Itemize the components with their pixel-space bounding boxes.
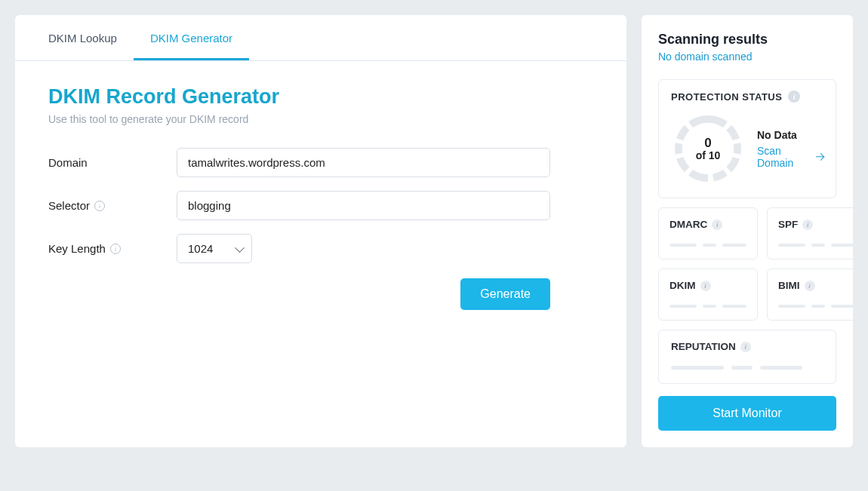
protection-status-heading: PROTECTION STATUS i — [671, 91, 823, 103]
spf-label: SPF — [778, 219, 798, 230]
gauge-total: of 10 — [696, 149, 721, 161]
tabs: DKIM Lookup DKIM Generator — [15, 15, 626, 61]
info-icon[interactable]: i — [712, 219, 722, 230]
info-icon[interactable]: i — [802, 219, 813, 230]
domain-input[interactable] — [177, 148, 550, 177]
gauge-score: 0 — [704, 137, 711, 149]
protection-status-card: PROTECTION STATUS i — [658, 79, 836, 198]
scan-domain-link[interactable]: Scan Domain — [757, 145, 823, 169]
placeholder-stripes — [669, 244, 746, 247]
no-data-label: No Data — [757, 129, 823, 141]
info-icon[interactable]: i — [700, 281, 711, 291]
info-icon[interactable]: i — [805, 281, 815, 291]
tab-dkim-lookup[interactable]: DKIM Lookup — [32, 15, 134, 60]
selector-input[interactable] — [177, 191, 550, 220]
info-icon[interactable]: i — [94, 201, 105, 211]
placeholder-stripes — [669, 305, 746, 308]
key-length-label: Key Length i — [48, 242, 177, 255]
start-monitor-button[interactable]: Start Monitor — [658, 396, 836, 431]
placeholder-stripes — [778, 244, 855, 247]
key-length-select[interactable]: 1024 — [177, 234, 252, 263]
side-card: Scanning results No domain scanned PROTE… — [642, 15, 853, 447]
page-subtitle: Use this tool to generate your DKIM reco… — [48, 113, 593, 125]
selector-label: Selector i — [48, 199, 177, 212]
protection-gauge: 0 of 10 — [671, 112, 745, 186]
tab-dkim-generator[interactable]: DKIM Generator — [134, 15, 249, 60]
info-icon[interactable]: i — [788, 91, 800, 103]
generate-button[interactable]: Generate — [460, 278, 550, 310]
scanning-results-subtitle: No domain scanned — [658, 51, 836, 63]
dkim-card: DKIM i — [658, 269, 758, 321]
spf-card: SPF i — [767, 207, 866, 259]
bimi-label: BIMI — [778, 280, 800, 291]
arrow-right-icon — [816, 154, 824, 160]
side-panel: Scanning results No domain scanned PROTE… — [642, 15, 853, 447]
placeholder-stripes — [778, 305, 855, 308]
dkim-label: DKIM — [669, 280, 696, 291]
domain-label: Domain — [48, 156, 177, 169]
dmarc-card: DMARC i — [658, 207, 758, 259]
scanning-results-title: Scanning results — [658, 32, 836, 48]
placeholder-stripes — [671, 366, 823, 370]
info-icon[interactable]: i — [110, 244, 121, 254]
reputation-card: REPUTATION i — [658, 330, 836, 384]
page-title: DKIM Record Generator — [48, 85, 593, 109]
content-area: DKIM Record Generator Use this tool to g… — [15, 61, 626, 343]
main-panel: DKIM Lookup DKIM Generator DKIM Record G… — [15, 15, 626, 447]
reputation-label: REPUTATION — [671, 341, 736, 352]
info-icon[interactable]: i — [740, 342, 751, 352]
bimi-card: BIMI i — [767, 269, 866, 321]
dmarc-label: DMARC — [669, 219, 707, 230]
